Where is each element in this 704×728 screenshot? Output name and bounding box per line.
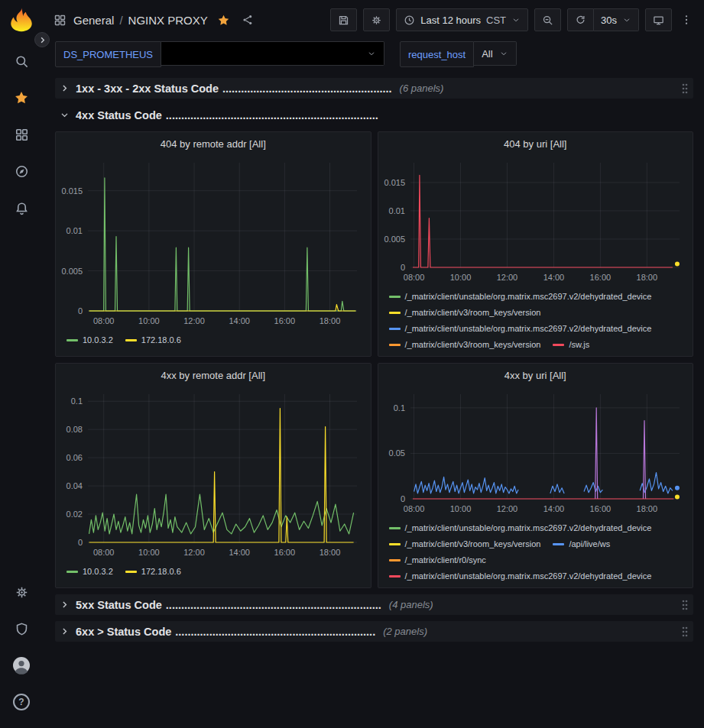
legend-item[interactable]: /_matrix/client/unstable/org.matrix.msc2… — [389, 521, 652, 535]
legend-item[interactable]: 172.18.0.6 — [125, 565, 181, 578]
svg-text:0: 0 — [78, 538, 83, 547]
svg-text:0.005: 0.005 — [61, 267, 83, 276]
panel-legend: 10.0.3.2172.18.0.6 — [56, 562, 371, 583]
legend-item[interactable]: /_matrix/client/v3/room_keys/version — [389, 306, 541, 319]
clock-icon — [404, 15, 415, 26]
save-dashboard-button[interactable] — [330, 8, 357, 31]
breadcrumb-folder[interactable]: General — [73, 14, 114, 27]
panel-404-by-uri: 404 by uri [All] 08:0010:0012:0014:0016:… — [378, 131, 694, 357]
legend-item[interactable]: /sw.js — [553, 338, 589, 351]
monitor-icon — [653, 15, 664, 26]
svg-text:0: 0 — [400, 494, 404, 503]
chart-area: 08:0010:0012:0014:0016:0018:0000.050.1 — [378, 387, 693, 519]
sidebar-expand-toggle[interactable] — [34, 32, 50, 47]
legend-item[interactable]: /api/live/ws — [553, 537, 610, 551]
grafana-logo[interactable] — [8, 6, 35, 34]
time-series-chart[interactable]: 08:0010:0012:0014:0016:0018:0000.0050.01… — [57, 155, 368, 331]
sidebar-item-help[interactable]: ? — [3, 685, 40, 719]
row-title-dots: ........................................… — [175, 626, 375, 638]
legend-item[interactable]: /_matrix/client/unstable/org.matrix.msc2… — [389, 290, 652, 303]
tv-mode-button[interactable] — [645, 8, 672, 31]
chevron-right-icon — [38, 36, 47, 44]
zoom-out-icon — [542, 15, 553, 26]
kebab-menu-button[interactable] — [678, 11, 695, 28]
legend-item[interactable]: 10.0.3.2 — [67, 565, 113, 578]
panel-title-text: 404 by uri [All] — [504, 138, 566, 150]
svg-text:12:00: 12:00 — [183, 548, 205, 557]
row-header-1xx-3xx-2xx[interactable]: 1xx - 3xx - 2xx Status Code ............… — [55, 78, 693, 99]
svg-text:0.015: 0.015 — [61, 186, 83, 196]
time-picker-button[interactable]: Last 12 hours CST — [396, 8, 528, 31]
time-series-chart[interactable]: 08:0010:0012:0014:0016:0018:0000.020.040… — [57, 387, 368, 562]
series-color-swatch — [389, 575, 401, 578]
sidebar-item-dashboards[interactable] — [3, 118, 40, 151]
sidebar-item-alerting[interactable] — [3, 191, 40, 225]
navbar-actions: Last 12 hours CST 30s — [330, 8, 695, 31]
sidebar-item-server-admin[interactable] — [3, 612, 40, 645]
chevron-down-icon — [60, 110, 70, 120]
panel-header[interactable]: 4xx by uri [All] — [378, 364, 693, 387]
panel-header[interactable]: 4xx by remote addr [All] — [56, 364, 371, 387]
series-label: /_matrix/client/unstable/org.matrix.msc2… — [405, 569, 652, 583]
row-drag-handle[interactable] — [681, 83, 689, 95]
refresh-interval-button[interactable]: 30s — [594, 8, 639, 31]
row-header-6xx[interactable]: 6xx > Status Code ......................… — [55, 621, 693, 642]
svg-text:10:00: 10:00 — [138, 316, 160, 325]
refresh-button[interactable] — [567, 8, 594, 31]
row-header-4xx[interactable]: 4xx Status Code ........................… — [55, 105, 693, 125]
variable-value-dropdown[interactable] — [161, 41, 384, 66]
svg-text:14:00: 14:00 — [543, 504, 564, 513]
share-button[interactable] — [239, 11, 256, 28]
sidebar-item-search[interactable] — [3, 44, 40, 78]
variable-value: All — [482, 48, 492, 60]
svg-text:18:00: 18:00 — [320, 316, 341, 325]
zoom-out-button[interactable] — [534, 8, 561, 31]
chart-area: 08:0010:0012:0014:0016:0018:0000.0050.01… — [56, 155, 371, 331]
legend-item[interactable]: 172.18.0.6 — [125, 333, 181, 347]
series-label: 172.18.0.6 — [141, 565, 181, 578]
breadcrumb-dashboard-title[interactable]: NGINX PROXY — [128, 14, 208, 27]
svg-text:14:00: 14:00 — [229, 316, 250, 325]
legend-item[interactable]: /_matrix/client/v3/room_keys/version — [389, 537, 541, 551]
time-series-chart[interactable]: 08:0010:0012:0014:0016:0018:0000.050.1 — [380, 387, 690, 519]
legend-item[interactable]: 10.0.3.2 — [67, 333, 113, 347]
series-color-swatch — [67, 339, 78, 341]
series-label: /_matrix/client/v3/room_keys/version — [405, 537, 541, 551]
legend-item[interactable]: /_matrix/client/r0/sync — [389, 553, 486, 567]
panel-404-by-remote-addr: 404 by remote addr [All] 08:0010:0012:00… — [55, 131, 371, 357]
variable-ds-prometheus: DS_PROMETHEUS — [55, 41, 384, 67]
favorite-star-button[interactable] — [215, 11, 232, 29]
series-color-swatch — [389, 328, 401, 330]
series-label: 10.0.3.2 — [83, 333, 113, 347]
row-drag-handle[interactable] — [681, 626, 689, 638]
sidebar-item-starred[interactable] — [3, 81, 40, 115]
row-header-5xx[interactable]: 5xx Status Code ........................… — [55, 594, 693, 615]
sidebar-item-explore[interactable] — [3, 154, 40, 188]
variable-label: DS_PROMETHEUS — [55, 41, 161, 67]
dashboard-settings-button[interactable] — [363, 8, 390, 31]
variable-value-dropdown[interactable]: All — [474, 41, 516, 66]
svg-text:12:00: 12:00 — [496, 273, 517, 282]
legend-item[interactable]: /_matrix/client/unstable/org.matrix.msc2… — [389, 569, 652, 583]
sidebar-item-profile[interactable] — [3, 649, 40, 682]
series-label: /_matrix/client/unstable/org.matrix.msc2… — [405, 521, 652, 535]
timezone-label: CST — [486, 15, 506, 26]
svg-text:0.05: 0.05 — [388, 448, 404, 458]
row-panel-count: (6 panels) — [400, 83, 444, 94]
caret-down-icon — [499, 49, 508, 58]
legend-item[interactable]: /_matrix/client/unstable/org.matrix.msc2… — [389, 322, 652, 335]
row-title-dots: ........................................… — [166, 109, 378, 121]
time-series-chart[interactable]: 08:0010:0012:0014:0016:0018:0000.0050.01… — [380, 155, 690, 287]
svg-text:0.1: 0.1 — [393, 403, 404, 413]
row-title: 4xx Status Code — [76, 109, 162, 121]
breadcrumb-separator: / — [119, 14, 122, 27]
gear-icon — [15, 585, 29, 600]
row-drag-handle[interactable] — [681, 599, 689, 611]
panel-header[interactable]: 404 by remote addr [All] — [56, 132, 371, 155]
legend-item[interactable]: /_matrix/client/v3/room_keys/version — [389, 338, 541, 351]
row-title: 1xx - 3xx - 2xx Status Code — [76, 83, 219, 95]
panel-legend: /_matrix/client/unstable/org.matrix.msc2… — [378, 519, 693, 587]
sidebar-item-configuration[interactable] — [3, 575, 40, 609]
svg-text:16:00: 16:00 — [589, 504, 611, 513]
panel-header[interactable]: 404 by uri [All] — [378, 132, 693, 155]
